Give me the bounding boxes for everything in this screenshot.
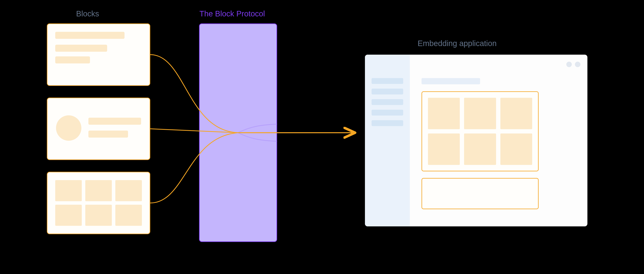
sidebar-item [372, 110, 403, 116]
embedding-application-window [365, 55, 588, 226]
block-protocol-box [199, 24, 277, 242]
sidebar-item [372, 88, 403, 94]
page-title-placeholder [422, 78, 480, 84]
window-dot-icon [566, 62, 572, 67]
grid-cell [55, 205, 82, 226]
grid-cell [500, 98, 532, 129]
app-sidebar [365, 55, 410, 226]
grid-cell [115, 205, 142, 226]
grid-cell [464, 98, 496, 129]
app-label: Embedding application [418, 39, 497, 48]
placeholder-bar [55, 45, 107, 52]
window-controls-icon [564, 62, 580, 68]
blocks-label: Blocks [76, 9, 99, 18]
avatar-placeholder-icon [56, 115, 82, 141]
grid-cell [85, 180, 112, 201]
placeholder-bar [88, 130, 128, 138]
grid-cell [500, 134, 532, 165]
sidebar-item [372, 78, 403, 84]
diagram-stage: Blocks The Block Protocol Embedding appl… [0, 0, 644, 274]
embedded-block-grid [422, 91, 538, 171]
block-card-profile [47, 98, 150, 160]
protocol-label: The Block Protocol [200, 9, 265, 18]
grid-cell [115, 180, 142, 201]
embedded-block-empty [422, 178, 538, 209]
block-card-grid [47, 172, 150, 234]
grid-cell [464, 134, 496, 165]
grid-cell [85, 205, 112, 226]
placeholder-bar [88, 118, 141, 125]
grid-cell [55, 180, 82, 201]
grid-cell [428, 134, 460, 165]
sidebar-item [372, 99, 403, 105]
placeholder-bar [55, 56, 90, 64]
placeholder-bar [55, 32, 124, 39]
app-main [422, 78, 548, 209]
grid-placeholder [55, 180, 142, 226]
window-dot-icon [575, 62, 580, 67]
block-card-text [47, 24, 150, 86]
sidebar-item [372, 120, 403, 126]
grid-cell [428, 98, 460, 129]
placeholder-lines [88, 118, 141, 144]
